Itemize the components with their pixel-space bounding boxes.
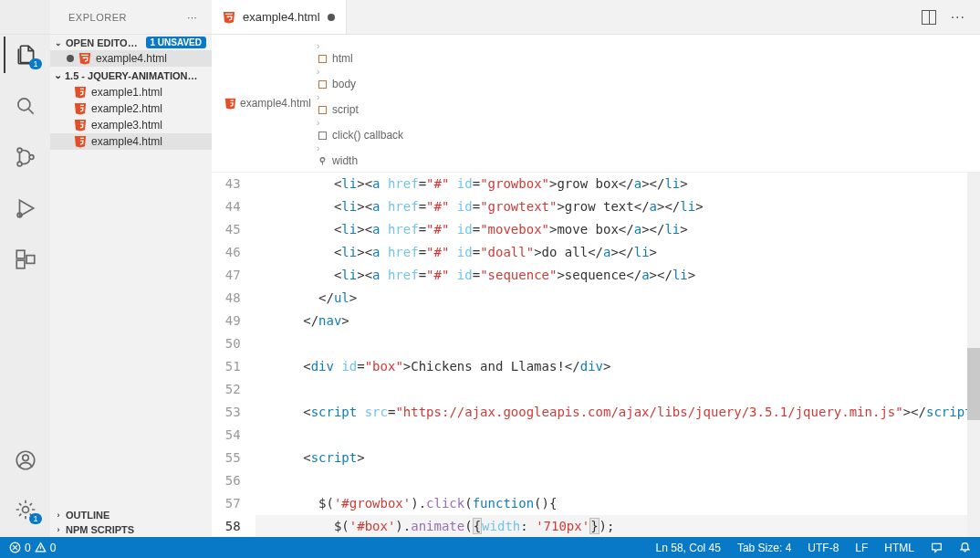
svg-rect-8 — [26, 256, 35, 264]
status-bar: 0 0 Ln 58, Col 45 Tab Size: 4 UTF-8 LF H… — [0, 537, 980, 558]
status-position[interactable]: Ln 58, Col 45 — [656, 542, 721, 554]
explorer-sidebar: ⌄ OPEN EDITO… 1 UNSAVED example4.html ⌄ … — [50, 35, 212, 537]
html5-icon — [74, 86, 87, 99]
svg-point-11 — [22, 507, 28, 513]
editor: example4.html › html› body› script› clic… — [212, 35, 980, 537]
html5-icon — [74, 119, 87, 132]
editor-title-actions: ··· — [922, 0, 980, 34]
status-tabsize[interactable]: Tab Size: 4 — [737, 542, 791, 554]
svg-point-0 — [17, 99, 29, 111]
open-editors-label: OPEN EDITO… — [66, 37, 138, 48]
status-eol[interactable]: LF — [855, 542, 868, 554]
chevron-right-icon: › — [54, 525, 63, 534]
file-item[interactable]: example2.html — [50, 100, 212, 117]
html5-icon — [224, 98, 236, 110]
status-encoding[interactable]: UTF-8 — [808, 542, 839, 554]
crumb-file[interactable]: example4.html — [224, 97, 311, 110]
code[interactable]: <li><a href="#" id="growbox">grow box</a… — [255, 173, 980, 537]
folder-header[interactable]: ⌄ 1.5 - JQUERY-ANIMATION… — [50, 67, 212, 84]
open-editor-item[interactable]: example4.html — [50, 50, 212, 67]
dirty-dot-icon — [67, 55, 74, 62]
dirty-indicator-icon — [328, 14, 335, 21]
open-editors-header[interactable]: ⌄ OPEN EDITO… 1 UNSAVED — [50, 35, 212, 50]
explorer-heading: EXPLORER ··· — [50, 0, 212, 34]
crumb[interactable]: script — [317, 103, 403, 116]
activity-search[interactable] — [4, 88, 47, 124]
svg-point-2 — [17, 148, 22, 153]
activity-extensions[interactable] — [4, 241, 47, 278]
activity-explorer[interactable]: 1 — [4, 37, 47, 73]
settings-badge: 1 — [29, 513, 41, 524]
file-item[interactable]: example4.html — [50, 133, 212, 150]
html5-icon — [74, 135, 87, 148]
explorer-badge: 1 — [29, 58, 41, 69]
svg-point-12 — [321, 157, 325, 161]
file-item[interactable]: example1.html — [50, 84, 212, 100]
chevron-down-icon: ⌄ — [54, 38, 63, 47]
outline-label: OUTLINE — [66, 510, 109, 521]
activity-scm[interactable] — [4, 139, 47, 175]
html5-icon — [74, 102, 87, 115]
svg-rect-6 — [16, 250, 25, 258]
overview-ruler[interactable] — [967, 173, 980, 537]
activity-bar: 1 1 — [0, 35, 50, 537]
svg-rect-7 — [16, 260, 25, 268]
explorer-more-icon[interactable]: ··· — [187, 12, 197, 23]
titlebar-corner — [0, 0, 50, 34]
svg-line-1 — [28, 109, 33, 113]
folder-label: 1.5 - JQUERY-ANIMATION… — [65, 70, 197, 81]
svg-point-4 — [29, 155, 34, 160]
activity-settings[interactable]: 1 — [4, 491, 47, 528]
status-bell-icon[interactable] — [959, 542, 971, 553]
tab-label: example4.html — [243, 10, 320, 24]
svg-point-10 — [22, 455, 28, 461]
split-editor-icon[interactable] — [922, 10, 936, 25]
npm-label: NPM SCRIPTS — [66, 524, 134, 535]
breadcrumbs[interactable]: example4.html › html› body› script› clic… — [212, 35, 980, 173]
html5-icon — [78, 52, 91, 65]
status-problems[interactable]: 0 0 — [9, 542, 56, 554]
chevron-down-icon: ⌄ — [54, 69, 62, 81]
unsaved-badge: 1 UNSAVED — [146, 37, 207, 48]
tab-example4[interactable]: example4.html — [212, 0, 347, 34]
editor-more-icon[interactable]: ··· — [951, 9, 965, 26]
gutter: 4344454647484950515253545556575859606162… — [212, 173, 255, 537]
chevron-right-icon: › — [54, 511, 63, 520]
status-feedback-icon[interactable] — [931, 542, 943, 553]
activity-account[interactable] — [4, 442, 47, 479]
titlebar: EXPLORER ··· example4.html ··· — [0, 0, 980, 35]
main: 1 1 ⌄ OPEN EDITO… 1 UNSAVED — [0, 35, 980, 537]
file-item[interactable]: example3.html — [50, 117, 212, 133]
status-language[interactable]: HTML — [884, 542, 914, 554]
crumb[interactable]: click() callback — [317, 129, 403, 142]
crumb[interactable]: body — [317, 78, 403, 90]
code-area[interactable]: 4344454647484950515253545556575859606162… — [212, 173, 980, 537]
editor-tabs: example4.html ··· — [212, 0, 980, 34]
crumb[interactable]: html — [317, 52, 403, 65]
npm-scripts-header[interactable]: › NPM SCRIPTS — [50, 522, 212, 537]
svg-point-3 — [17, 162, 22, 166]
crumb[interactable]: width — [317, 154, 403, 167]
outline-header[interactable]: › OUTLINE — [50, 508, 212, 522]
file-name: example4.html — [96, 52, 167, 65]
activity-debug[interactable] — [4, 190, 47, 226]
explorer-title-text: EXPLORER — [68, 12, 127, 23]
html5-icon — [223, 11, 235, 24]
